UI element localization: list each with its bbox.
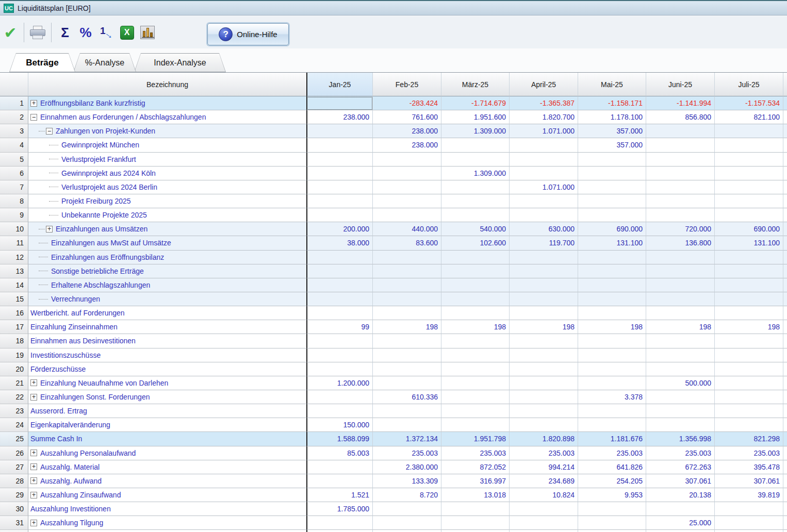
value-cell[interactable]: 38.000 (306, 236, 373, 250)
value-cell[interactable] (646, 278, 715, 292)
value-cell[interactable]: 1.071.000 (510, 180, 578, 194)
value-cell[interactable] (510, 251, 578, 264)
value-cell[interactable] (510, 292, 578, 306)
value-cell[interactable] (715, 516, 783, 530)
value-cell[interactable]: 440.000 (373, 222, 441, 236)
value-cell[interactable] (646, 390, 715, 404)
column-header-maerz[interactable]: März-25 (441, 73, 510, 96)
value-cell[interactable] (715, 180, 783, 194)
confirm-button[interactable]: ✔ (1, 22, 20, 43)
value-cell[interactable] (646, 404, 715, 418)
value-cell[interactable] (373, 334, 441, 348)
value-cell[interactable] (441, 404, 510, 418)
value-cell[interactable] (715, 138, 783, 152)
value-cell[interactable]: 1.178.100 (578, 110, 646, 124)
value-cell[interactable]: 2.380.000 (373, 460, 441, 474)
tab-prozent-analyse[interactable]: %-Analyse (73, 53, 136, 72)
row-number[interactable]: 20 (0, 362, 28, 376)
row-number[interactable]: 22 (0, 390, 28, 404)
value-cell[interactable]: 13.018 (441, 488, 510, 502)
expand-icon[interactable]: + (30, 463, 37, 470)
value-cell[interactable] (578, 362, 646, 376)
value-cell[interactable] (715, 502, 783, 516)
value-cell[interactable] (578, 516, 646, 530)
value-cell[interactable] (373, 502, 441, 516)
row-number[interactable]: 15 (0, 292, 28, 306)
value-cell[interactable] (578, 180, 646, 194)
goto-period-button[interactable]: 1 → (97, 22, 116, 43)
value-cell[interactable] (510, 167, 578, 180)
row-label-cell[interactable]: +Eröffnungsbilanz Bank kurzfristig (28, 96, 306, 110)
value-cell[interactable] (306, 348, 373, 362)
row-label-cell[interactable]: Verrechnungen (28, 292, 306, 306)
value-cell[interactable]: 821.100 (715, 110, 783, 124)
row-number[interactable]: 10 (0, 222, 28, 236)
value-cell[interactable] (306, 404, 373, 418)
row-label-cell[interactable]: Einzahlungen aus MwSt auf Umsätze (28, 236, 306, 250)
value-cell[interactable] (306, 334, 373, 348)
value-cell[interactable]: 1.820.700 (510, 110, 578, 124)
value-cell[interactable] (373, 264, 441, 278)
value-cell[interactable]: 102.600 (441, 236, 510, 250)
value-cell[interactable]: 9.953 (578, 488, 646, 502)
value-cell[interactable] (373, 418, 441, 432)
value-cell[interactable] (373, 251, 441, 264)
excel-export-button[interactable]: X (118, 22, 136, 43)
column-header-jan[interactable]: Jan-25 (306, 73, 373, 96)
value-cell[interactable] (373, 153, 441, 167)
value-cell[interactable]: 316.997 (441, 474, 510, 488)
value-cell[interactable] (510, 208, 578, 222)
row-number[interactable]: 24 (0, 418, 28, 432)
value-cell[interactable] (306, 516, 373, 530)
row-label-cell[interactable]: +Auszahlung Personalaufwand (28, 446, 306, 460)
value-cell[interactable]: 720.000 (646, 222, 715, 236)
row-label-cell[interactable]: Verlustprojekt aus 2024 Berlin (28, 180, 306, 194)
value-cell[interactable] (306, 292, 373, 306)
value-cell[interactable]: 235.003 (578, 446, 646, 460)
value-cell[interactable] (578, 292, 646, 306)
value-cell[interactable]: 1.521 (306, 488, 373, 502)
value-cell[interactable] (646, 124, 715, 138)
value-cell[interactable] (373, 348, 441, 362)
row-number[interactable]: 12 (0, 251, 28, 264)
value-cell[interactable] (306, 264, 373, 278)
value-cell[interactable]: 235.003 (510, 446, 578, 460)
value-cell[interactable] (510, 516, 578, 530)
value-cell[interactable]: -283.424 (373, 96, 441, 110)
expand-icon[interactable]: + (30, 520, 37, 526)
value-cell[interactable] (715, 362, 783, 376)
value-cell[interactable] (715, 208, 783, 222)
row-label-cell[interactable]: Förderzuschüsse (28, 362, 306, 376)
value-cell[interactable]: 235.003 (373, 446, 441, 460)
value-cell[interactable] (441, 502, 510, 516)
value-cell[interactable] (715, 251, 783, 264)
value-cell[interactable]: 1.951.798 (441, 432, 510, 446)
value-cell[interactable] (306, 124, 373, 138)
value-cell[interactable] (441, 516, 510, 530)
row-number[interactable]: 2 (0, 110, 28, 124)
value-cell[interactable]: -1.157.534 (715, 96, 783, 110)
value-cell[interactable] (646, 348, 715, 362)
value-cell[interactable]: 395.478 (715, 460, 783, 474)
value-cell[interactable] (510, 278, 578, 292)
value-cell[interactable]: 136.800 (646, 236, 715, 250)
row-label-cell[interactable]: Auszahlung Investitionen (28, 502, 306, 516)
value-cell[interactable] (373, 180, 441, 194)
column-header-juli[interactable]: Juli-25 (715, 73, 783, 96)
value-cell[interactable] (306, 96, 373, 110)
value-cell[interactable]: 500.000 (646, 376, 715, 390)
value-cell[interactable] (715, 194, 783, 208)
value-cell[interactable] (578, 194, 646, 208)
value-cell[interactable]: 1.785.000 (306, 502, 373, 516)
row-number[interactable]: 17 (0, 320, 28, 334)
online-help-button[interactable]: ? Online-Hilfe (207, 23, 289, 45)
value-cell[interactable]: 1.372.134 (373, 432, 441, 446)
value-cell[interactable] (510, 390, 578, 404)
row-label-cell[interactable]: Projekt Freiburg 2025 (28, 194, 306, 208)
value-cell[interactable] (578, 404, 646, 418)
row-label-cell[interactable]: Wertbericht. auf Forderungen (28, 306, 306, 320)
value-cell[interactable] (646, 138, 715, 152)
value-cell[interactable]: 1.071.000 (510, 124, 578, 138)
value-cell[interactable] (306, 167, 373, 180)
row-label-cell[interactable]: Gewinnprojekt aus 2024 Köln (28, 167, 306, 180)
